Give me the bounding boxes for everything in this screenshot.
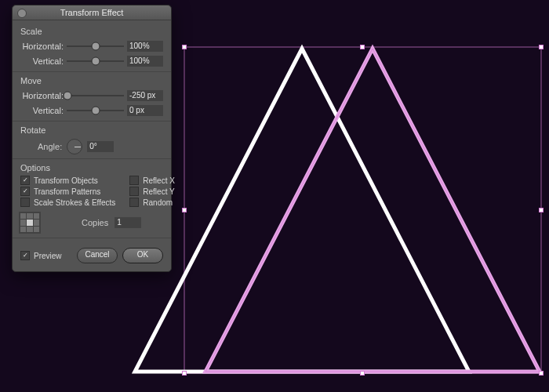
scale-v-value[interactable]: 100% [127,56,163,67]
copies-label: Copies [82,218,108,227]
move-heading: Move [20,76,163,85]
scale-h-label: Horizontal: [20,42,64,51]
checkbox-icon [129,176,139,185]
sel-handle-bl[interactable] [182,371,187,376]
anchor-grid[interactable] [19,212,41,234]
angle-dial[interactable] [67,139,82,154]
options-heading: Options [20,163,163,172]
sel-handle-tl[interactable] [182,45,187,49]
selection-bounds [184,47,541,373]
checkbox-icon [20,198,30,207]
scale-h-slider[interactable] [67,42,124,51]
copies-value[interactable]: 1 [115,217,141,228]
sel-handle-bm[interactable] [360,371,365,376]
dialog-titlebar[interactable]: Transform Effect [13,5,171,20]
triangle-original-outline [205,49,540,372]
scale-v-slider[interactable] [67,56,124,66]
move-v-slider[interactable] [67,106,124,115]
ok-button[interactable]: OK [122,248,163,263]
checkbox-icon [129,198,139,207]
move-h-value[interactable]: -250 px [127,90,163,101]
slider-thumb-icon[interactable] [91,106,100,114]
transform-effect-dialog: Transform Effect Scale Horizontal: 100% … [12,5,172,272]
close-icon[interactable] [17,9,27,18]
slider-thumb-icon[interactable] [91,42,100,50]
checkbox-icon [20,187,30,196]
cb-transform-objects[interactable]: Transform Objects [20,176,115,185]
rotate-heading: Rotate [20,125,163,135]
cancel-button[interactable]: Cancel [77,248,118,263]
move-v-label: Vertical: [20,106,64,115]
cb-random[interactable]: Random [129,198,175,207]
cb-scale-strokes[interactable]: Scale Strokes & Effects [20,198,115,207]
move-v-value[interactable]: 0 px [127,105,163,116]
scale-v-label: Vertical: [20,56,64,66]
cb-transform-patterns[interactable]: Transform Patterns [20,187,115,196]
angle-value[interactable]: 0° [87,141,114,152]
checkbox-icon [129,187,139,196]
scale-heading: Scale [20,27,163,36]
sel-handle-ml[interactable] [182,208,187,212]
triangle-original-fill[interactable] [205,49,540,372]
cb-preview[interactable]: Preview [20,251,62,260]
slider-thumb-icon[interactable] [64,91,72,100]
dialog-title: Transform Effect [60,8,124,17]
sel-handle-br[interactable] [539,371,544,376]
move-h-slider[interactable] [67,91,124,100]
checkbox-icon [20,176,30,185]
cb-reflect-y[interactable]: Reflect Y [129,187,175,196]
slider-thumb-icon[interactable] [91,56,100,65]
sel-handle-tr[interactable] [539,45,544,49]
sel-handle-mr[interactable] [539,208,544,212]
cb-reflect-x[interactable]: Reflect X [129,176,175,185]
angle-label: Angle: [38,142,62,151]
scale-h-value[interactable]: 100% [127,41,163,52]
move-h-label: Horizontal: [20,91,64,100]
sel-handle-tm[interactable] [360,45,365,49]
checkbox-icon [20,251,30,260]
